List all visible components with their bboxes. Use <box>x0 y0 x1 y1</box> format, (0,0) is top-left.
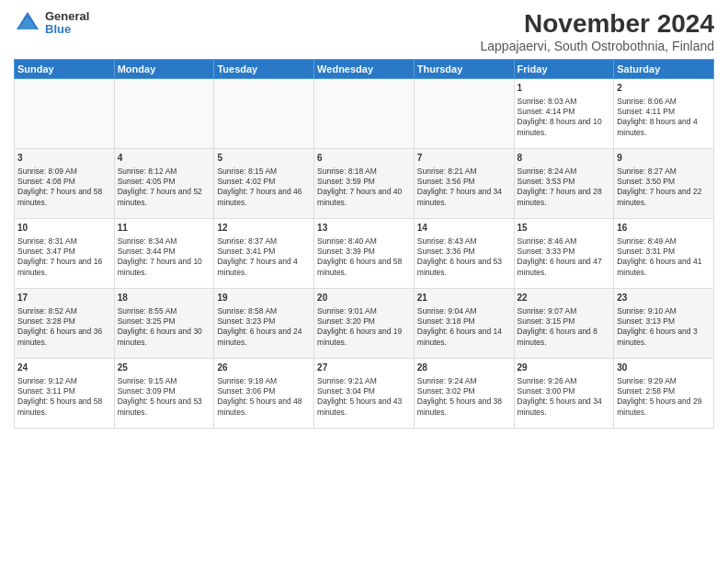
day-number-6: 6 <box>317 152 411 165</box>
cell-content-line: Sunset: 3:09 PM <box>118 386 211 396</box>
day-number-8: 8 <box>518 152 611 165</box>
cell-content-line: Sunrise: 8:49 AM <box>617 236 711 247</box>
logo-general: General <box>45 10 89 23</box>
cell-content-line: Daylight: 5 hours and 29 minutes. <box>617 396 711 418</box>
cell-content-line: Daylight: 6 hours and 53 minutes. <box>417 257 511 278</box>
cell-content-line: Sunrise: 8:37 AM <box>217 236 311 247</box>
cell-content-line: Sunset: 3:33 PM <box>518 247 611 257</box>
cell-content-line: Daylight: 7 hours and 16 minutes. <box>17 257 111 278</box>
cell-content-line: Sunrise: 8:34 AM <box>118 236 211 247</box>
logo-icon <box>14 9 41 37</box>
day-number-26: 26 <box>217 362 311 374</box>
cell-content-line: Sunset: 3:25 PM <box>118 316 211 327</box>
day-number-7: 7 <box>417 152 511 165</box>
cell-w1-d3 <box>214 79 314 149</box>
cell-content-line: Sunset: 3:56 PM <box>417 177 511 187</box>
cell-content-line: Daylight: 6 hours and 30 minutes. <box>118 327 211 348</box>
cell-w5-d3: 26Sunrise: 9:18 AMSunset: 3:06 PMDayligh… <box>214 359 314 429</box>
cell-w5-d6: 29Sunrise: 9:26 AMSunset: 3:00 PMDayligh… <box>514 359 614 429</box>
calendar-table: SundayMondayTuesdayWednesdayThursdayFrid… <box>14 59 714 429</box>
cell-content-line: Sunrise: 8:18 AM <box>317 167 411 177</box>
cell-content-line: Sunrise: 9:29 AM <box>617 376 711 386</box>
week-row-3: 10Sunrise: 8:31 AMSunset: 3:47 PMDayligh… <box>15 219 714 289</box>
cell-content-line: Sunrise: 9:01 AM <box>317 306 411 316</box>
cell-content-line: Daylight: 6 hours and 47 minutes. <box>518 257 611 278</box>
cell-content-line: Daylight: 6 hours and 41 minutes. <box>617 257 711 278</box>
cell-content-line: Sunrise: 9:04 AM <box>417 306 511 316</box>
day-number-30: 30 <box>617 362 711 374</box>
cell-content-line: Sunset: 4:11 PM <box>617 107 711 117</box>
cell-content-line: Daylight: 5 hours and 43 minutes. <box>317 396 411 418</box>
cell-content-line: Daylight: 7 hours and 22 minutes. <box>617 187 711 208</box>
cell-w1-d2 <box>114 79 214 149</box>
header-friday: Friday <box>514 60 614 79</box>
cell-content-line: Sunrise: 8:52 AM <box>17 306 111 316</box>
cell-w3-d2: 11Sunrise: 8:34 AMSunset: 3:44 PMDayligh… <box>114 219 214 289</box>
cell-content-line: Sunrise: 8:43 AM <box>417 236 511 247</box>
cell-content-line: Daylight: 6 hours and 19 minutes. <box>317 327 411 348</box>
cell-w4-d3: 19Sunrise: 8:58 AMSunset: 3:23 PMDayligh… <box>214 289 314 359</box>
cell-w2-d2: 4Sunrise: 8:12 AMSunset: 4:05 PMDaylight… <box>114 149 214 219</box>
cell-content-line: Daylight: 7 hours and 40 minutes. <box>317 187 411 208</box>
day-number-17: 17 <box>17 292 111 304</box>
cell-content-line: Daylight: 7 hours and 10 minutes. <box>118 257 211 278</box>
cell-w2-d3: 5Sunrise: 8:15 AMSunset: 4:02 PMDaylight… <box>214 149 314 219</box>
cell-content-line: Daylight: 7 hours and 34 minutes. <box>417 187 511 208</box>
day-number-15: 15 <box>518 222 611 235</box>
cell-content-line: Sunset: 3:02 PM <box>417 386 511 396</box>
cell-w4-d7: 23Sunrise: 9:10 AMSunset: 3:13 PMDayligh… <box>614 289 714 359</box>
cell-content-line: Daylight: 5 hours and 48 minutes. <box>217 396 311 418</box>
cell-content-line: Daylight: 7 hours and 58 minutes. <box>17 187 111 208</box>
day-number-11: 11 <box>118 222 211 235</box>
cell-content-line: Sunset: 3:50 PM <box>617 177 711 187</box>
cell-content-line: Sunset: 4:14 PM <box>518 107 611 117</box>
cell-content-line: Sunset: 3:15 PM <box>518 316 611 327</box>
cell-content-line: Sunset: 3:23 PM <box>217 316 311 327</box>
day-number-20: 20 <box>317 292 411 304</box>
day-number-12: 12 <box>217 222 311 235</box>
cell-content-line: Sunrise: 9:18 AM <box>217 376 311 386</box>
header-wednesday: Wednesday <box>314 60 415 79</box>
cell-w5-d4: 27Sunrise: 9:21 AMSunset: 3:04 PMDayligh… <box>314 359 415 429</box>
cell-content-line: Daylight: 6 hours and 58 minutes. <box>317 257 411 278</box>
header-sunday: Sunday <box>15 60 115 79</box>
cell-content-line: Sunset: 3:20 PM <box>317 316 411 327</box>
cell-w1-d6: 1Sunrise: 8:03 AMSunset: 4:14 PMDaylight… <box>514 79 614 149</box>
cell-content-line: Daylight: 6 hours and 14 minutes. <box>417 327 511 348</box>
cell-content-line: Sunrise: 8:58 AM <box>217 306 311 316</box>
cell-content-line: Sunset: 3:53 PM <box>518 177 611 187</box>
cell-content-line: Sunset: 3:31 PM <box>617 247 711 257</box>
day-number-14: 14 <box>417 222 511 235</box>
cell-content-line: Daylight: 6 hours and 36 minutes. <box>17 327 111 348</box>
cell-w2-d1: 3Sunrise: 8:09 AMSunset: 4:08 PMDaylight… <box>15 149 115 219</box>
cell-w2-d5: 7Sunrise: 8:21 AMSunset: 3:56 PMDaylight… <box>414 149 514 219</box>
cell-content-line: Sunrise: 9:21 AM <box>317 376 411 386</box>
cell-content-line: Sunset: 3:00 PM <box>518 386 611 396</box>
cell-content-line: Sunset: 3:13 PM <box>617 316 711 327</box>
logo: General Blue <box>14 9 89 37</box>
cell-content-line: Sunrise: 8:27 AM <box>617 167 711 177</box>
cell-w4-d4: 20Sunrise: 9:01 AMSunset: 3:20 PMDayligh… <box>314 289 415 359</box>
cell-content-line: Sunrise: 8:55 AM <box>118 306 211 316</box>
cell-content-line: Daylight: 7 hours and 52 minutes. <box>118 187 211 208</box>
cell-w5-d5: 28Sunrise: 9:24 AMSunset: 3:02 PMDayligh… <box>414 359 514 429</box>
cell-w4-d5: 21Sunrise: 9:04 AMSunset: 3:18 PMDayligh… <box>414 289 514 359</box>
day-headers-row: SundayMondayTuesdayWednesdayThursdayFrid… <box>15 60 714 79</box>
day-number-9: 9 <box>617 152 711 165</box>
cell-w2-d7: 9Sunrise: 8:27 AMSunset: 3:50 PMDaylight… <box>614 149 714 219</box>
cell-content-line: Sunrise: 8:03 AM <box>518 97 611 107</box>
cell-w1-d1 <box>15 79 115 149</box>
day-number-4: 4 <box>118 152 211 165</box>
month-title: November 2024 <box>481 9 715 39</box>
day-number-21: 21 <box>417 292 511 304</box>
cell-content-line: Sunrise: 8:31 AM <box>17 236 111 247</box>
week-row-5: 24Sunrise: 9:12 AMSunset: 3:11 PMDayligh… <box>15 359 714 429</box>
cell-content-line: Sunrise: 9:15 AM <box>118 376 211 386</box>
day-number-25: 25 <box>118 362 211 374</box>
cell-content-line: Daylight: 5 hours and 53 minutes. <box>118 396 211 418</box>
day-number-24: 24 <box>17 362 111 374</box>
cell-content-line: Daylight: 7 hours and 28 minutes. <box>518 187 611 208</box>
week-row-2: 3Sunrise: 8:09 AMSunset: 4:08 PMDaylight… <box>15 149 714 219</box>
cell-content-line: Sunrise: 9:24 AM <box>417 376 511 386</box>
cell-w5-d7: 30Sunrise: 9:29 AMSunset: 2:58 PMDayligh… <box>614 359 714 429</box>
